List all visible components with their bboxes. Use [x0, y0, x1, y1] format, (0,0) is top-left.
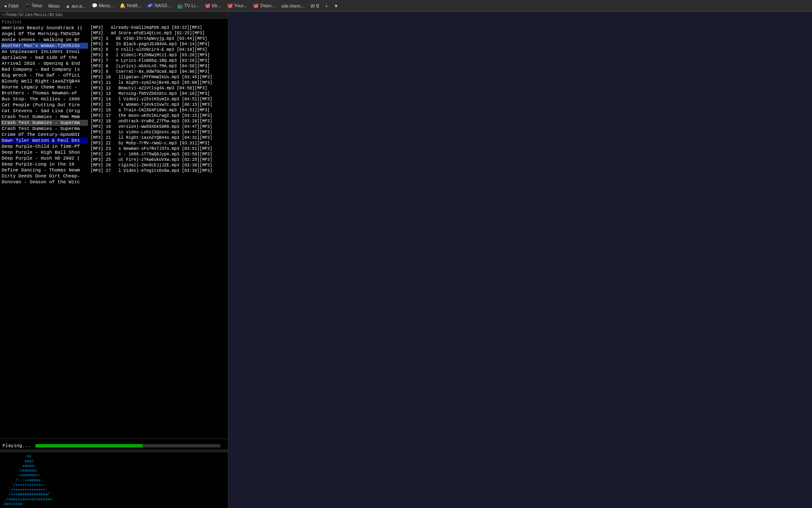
track-1[interactable]: American Beauty Soundtrack ((: [1, 25, 88, 31]
track-23[interactable]: Deep Purple - Hush HD 2002 (: [1, 155, 88, 161]
info-16: [MP3] 16 a Train-CNl5G4F18Wo.mp3 [04:51]…: [90, 108, 227, 113]
info-2: [MP3] ad Score-eFoE14QtLnc.mp3 [02:25][M…: [90, 30, 227, 36]
main-area: ~/home/brian/Music/Brian Playlist Americ…: [0, 12, 812, 508]
info-5: [MP3] 5 n roll)-ulXV0cir4-E.mp3 [04:19][…: [90, 47, 227, 52]
top-taskbar: ● Fitbit 📱 Telus Meas ▲ aur.a... 💬 Mess.…: [0, 0, 812, 12]
top-tab-aur[interactable]: ▲ aur.a...: [63, 3, 88, 9]
now-playing-section: [0, 439, 228, 442]
info-14: [MP3] 14 l Video)-y25stK5ymIA.mp3 [04:51…: [90, 97, 227, 102]
track-18[interactable]: Crash Test Dummies - Superma: [1, 126, 88, 132]
info-19: [MP3] 19 version)-ww5GXbk58R0.mp3 [04:47…: [90, 124, 227, 130]
playing-label: Playing...: [3, 443, 30, 448]
track-9[interactable]: Big Wreck - The Oaf - offici: [1, 72, 88, 78]
terminal-path: ~/home/brian/Music/Brian: [0, 12, 228, 19]
music-list[interactable]: Playlist American Beauty Soundtrack (( A…: [0, 19, 228, 439]
info-27: [MP3] 27 l Video)-eTeg1txDv8w.mp3 [03:38…: [90, 168, 227, 174]
track-13[interactable]: Bus Stop- The Hollies - 1966: [1, 96, 88, 102]
screen: ● Fitbit 📱 Telus Meas ▲ aur.a... 💬 Mess.…: [0, 0, 812, 508]
track-names: Playlist American Beauty Soundtrack (( A…: [0, 19, 89, 439]
track-22[interactable]: Deep Purple - High Ball Shoo: [1, 149, 88, 155]
info-23: [MP3] 23 s Newman-xFs7Rv7J3To.mp3 [03:51…: [90, 146, 227, 152]
top-tab-nasa[interactable]: 🌌 NASS...: [145, 2, 173, 9]
track-20[interactable]: Dawn Tyler Watson & Paul Des: [1, 138, 88, 144]
info-12: [MP3] 12 Beauty)-a21Vtlsg4A.mp3 [04:58][…: [90, 86, 227, 91]
track-info-col: [MP3] Already-6sWll2mqPD0.mp3 [03:22][MP…: [89, 19, 228, 439]
top-tab-depu[interactable]: 🐙 Depu...: [250, 2, 278, 9]
info-25: [MP3] 25 ut Fire)-zTKw6ukUVXw.mp3 [02:25…: [90, 157, 227, 163]
track-11[interactable]: Bourne Legacy theme music -: [1, 84, 88, 90]
track-25[interactable]: Define Dancing - Thomas Newm: [1, 167, 88, 173]
top-tab-new[interactable]: +: [323, 3, 330, 9]
info-1: [MP3] Already-6sWll2mqPD0.mp3 [03:22][MP…: [90, 25, 227, 30]
info-13: [MP3] 13 Morning-fN5VZb6X8to.mp3 [04:10]…: [90, 91, 227, 97]
top-tab-mess[interactable]: 💬 Mess...: [89, 2, 117, 9]
top-tab-menu[interactable]: ▼: [331, 3, 341, 9]
track-8[interactable]: Bad Company - Bad Company (s: [1, 66, 88, 72]
top-tab-your[interactable]: 🐙 Your...: [225, 2, 250, 9]
info-20: [MP3] 20 ic video-LuhzlSQovxc.mp3 [04:47…: [90, 130, 227, 135]
neofetch-row: .o+` `ooo/ `+oooo: `+oooooo: -+oooooo+: …: [2, 454, 226, 506]
track-16[interactable]: Crash Test Dummies - Mmm Mmm: [1, 114, 88, 120]
track-15[interactable]: Cat Stevens - Sad Lisa (Orig: [1, 108, 88, 114]
top-tab-fitbit[interactable]: ● Fitbit: [2, 3, 21, 9]
progress-fill: [36, 444, 143, 447]
track-26[interactable]: Dirty Deeds Done Dirt Cheap-: [1, 173, 88, 179]
track-14[interactable]: Cat People (Putting Out Fire: [1, 102, 88, 108]
top-tab-xde[interactable]: xde-them...: [279, 3, 307, 9]
neofetch-panel: .o+` `ooo/ `+oooo: `+oooooo: -+oooooo+: …: [0, 452, 228, 508]
top-tab-bb[interactable]: 🐙 bb...: [202, 2, 223, 9]
info-3: [MP3] 3 DE VIGO-IhrtApWvyjg.mp3 [03:44][…: [90, 36, 227, 41]
track-17[interactable]: Crash Test Dummies - Superma: [1, 120, 88, 126]
progress-section: Playing...: [0, 442, 228, 449]
track-2[interactable]: Angel Of The Morning-fN5VZb6: [1, 31, 88, 37]
info-9: [MP3] 9 tserrat!-Nx_0dW7Gca8.mp3 [04:08]…: [90, 69, 227, 75]
info-18: [MP3] 18 undtrack-VrwRd_27fhw.mp3 [03:28…: [90, 119, 227, 124]
info-8: [MP3] 8 (Lyrics)-AbXnLn5-7MA.mp3 [04:50]…: [90, 64, 227, 69]
track-6[interactable]: aprilwine - bad side of the: [1, 55, 88, 61]
progress-bar[interactable]: [36, 444, 220, 447]
info-22: [MP3] 22 by Moby-7rMV-rWaU-c.mp3 [03:31]…: [90, 141, 227, 146]
info-24: [MP3] 24 s - 1966-1T75wQ0JypA.mp3 [03:59…: [90, 152, 227, 157]
track-info-header: [90, 19, 227, 25]
track-7[interactable]: Arrival 2016 - Opening & End: [1, 61, 88, 66]
neofetch-art: .o+` `ooo/ `+oooo: `+oooooo: -+oooooo+: …: [2, 454, 107, 506]
track-4[interactable]: Another Man's Woman-TjKVkzSv: [1, 43, 88, 49]
info-7: [MP3] 7 n Lyrics-FlsB0bq-1BQ.mp3 [03:28]…: [90, 58, 227, 64]
info-26: [MP3] 26 riginal)-2mn9cEJjJZE.mp3 [03:38…: [90, 163, 227, 168]
track-24[interactable]: Deep Purple-Long in the 19: [1, 161, 88, 167]
info-17: [MP3] 17 the moon-uK5VlKLrwgI.mp3 [03:15…: [90, 113, 227, 119]
top-tab-tv[interactable]: 📺 TV Li...: [175, 2, 202, 9]
left-panel: ~/home/brian/Music/Brian Playlist Americ…: [0, 12, 228, 508]
info-4: [MP3] 4 In Black-pAgnJDJN4VA.mp3 [04:14]…: [90, 41, 227, 47]
track-10[interactable]: Bloody Well Right-1axAZYQB44: [1, 78, 88, 84]
track-19[interactable]: Crime Of The Century-GpAUDOI: [1, 132, 88, 138]
track-21[interactable]: Deep Purple-Child in Time-Pf: [1, 144, 88, 149]
top-tab-w[interactable]: W B: [308, 3, 322, 9]
info-6: [MP3] 6 l Video)-P1ZHNw1MtzI.mp3 [03:26]…: [90, 52, 227, 58]
info-15: [MP3] 15 's Woman-TjKVkzSvw7c.mp3 [06:15…: [90, 102, 227, 108]
info-11: [MP3] 11 ls Night-xyml4ojBx40.mp3 [05:08…: [90, 80, 227, 86]
top-tab-telus[interactable]: 📱 Telus: [22, 2, 45, 9]
top-tab-notif[interactable]: 🔔 Notifi...: [117, 2, 144, 9]
track-5[interactable]: An Unpleasant Incident Invol: [1, 49, 88, 55]
track-27[interactable]: Donovan - Season of the Witc: [1, 179, 88, 185]
track-3[interactable]: Annle Lennox - Walking on Br: [1, 37, 88, 43]
info-10: [MP3] 10 lllgatan-1PFFHmWIkUs.mp3 [03:45…: [90, 75, 227, 80]
track-12[interactable]: Brothers - Thomas Newman-xF: [1, 90, 88, 96]
playlist-header: Playlist: [1, 19, 88, 25]
top-tab-meas[interactable]: Meas: [46, 3, 62, 9]
info-21: [MP3] 21 ll Right-1axAZYQB44o.mp3 [04:31…: [90, 135, 227, 141]
